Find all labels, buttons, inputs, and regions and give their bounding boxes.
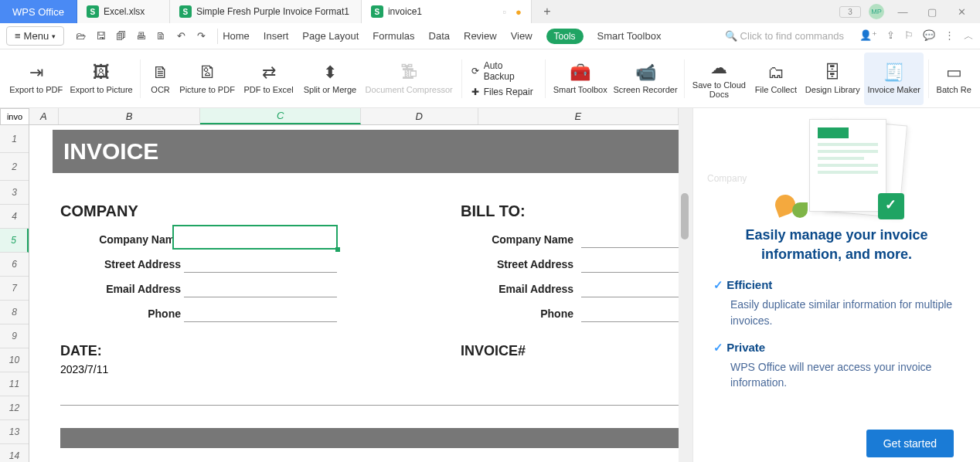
design-library-icon: 🗄 [824, 63, 841, 83]
smart-toolbox-button[interactable]: 🧰Smart Toolbox [550, 53, 610, 105]
feedback-icon[interactable]: 💬 [923, 29, 935, 43]
undo-icon[interactable]: ↶ [174, 30, 188, 42]
account-icon[interactable]: 👤⁺ [859, 29, 877, 43]
more-icon[interactable]: ⋮ [944, 29, 954, 43]
rib-label: Document Compressor [366, 85, 453, 94]
menu-smarttoolbox[interactable]: Smart Toolbox [597, 30, 662, 42]
export-pdf-button[interactable]: ⇥Export to PDF [6, 53, 66, 105]
export-picture-button[interactable]: 🖼Export to Picture [67, 53, 134, 105]
col-header-a[interactable]: A [29, 108, 59, 124]
feature-private-desc: WPS Office will never access your invoic… [730, 359, 965, 391]
share-icon[interactable]: ⇪ [886, 29, 895, 43]
row-header-4[interactable]: 4 [0, 205, 29, 229]
rib-label: Batch Re [937, 85, 971, 94]
pdf-to-excel-button[interactable]: ⇄PDF to Excel [239, 53, 298, 105]
window-counter[interactable]: 3 [839, 6, 861, 18]
row-header-3[interactable]: 3 [0, 181, 29, 205]
menu-home[interactable]: Home [223, 30, 250, 42]
field-email: Email Address [60, 283, 181, 295]
screen-recorder-button[interactable]: 📹Screen Recorder [611, 53, 679, 105]
row-header-10[interactable]: 10 [0, 348, 29, 372]
command-search[interactable]: 🔍 Click to find commands [725, 30, 844, 42]
close-button[interactable]: ✕ [951, 6, 972, 18]
row-header-5[interactable]: 5 [0, 229, 29, 253]
menu-review[interactable]: Review [464, 30, 497, 42]
new-tab-button[interactable]: + [532, 0, 563, 23]
vertical-scrollbar[interactable] [679, 108, 692, 462]
row-header-7[interactable]: 7 [0, 277, 29, 301]
auto-backup-button[interactable]: ⟳Auto Backup [471, 60, 536, 82]
doc-tab-2[interactable]: S Simple Fresh Purple Invoice Format1 [170, 0, 362, 23]
row-header-14[interactable]: 14 [0, 444, 29, 462]
ocr-icon: 🗎 [152, 63, 169, 83]
rib-label: OCR [151, 85, 169, 94]
field-email-2: Email Address [447, 283, 573, 295]
ocr-button[interactable]: 🗎OCR [145, 53, 176, 105]
collapse-ribbon-icon[interactable]: ︿ [964, 29, 974, 43]
rib-label: File Collect [755, 85, 797, 94]
redo-icon[interactable]: ↷ [194, 30, 208, 42]
spreadsheet-icon: S [87, 5, 99, 18]
files-repair-button[interactable]: ✚Files Repair [471, 87, 536, 97]
invoice-maker-button[interactable]: 🧾Invoice Maker [864, 53, 924, 105]
active-cell[interactable] [172, 225, 338, 250]
avatar[interactable]: MP [869, 4, 884, 19]
file-collect-icon: 🗂 [767, 63, 784, 83]
preview-icon[interactable]: 🗎 [154, 30, 168, 42]
file-collect-button[interactable]: 🗂File Collect [750, 53, 801, 105]
scroll-thumb[interactable] [681, 193, 689, 239]
col-header-b[interactable]: B [59, 108, 201, 124]
pdf-to-excel-icon: ⇄ [262, 63, 276, 83]
batch-button[interactable]: ▭Batch Re [934, 53, 974, 105]
doc-tab-3[interactable]: S invoice1 ▫ ● [362, 0, 532, 23]
menu-button[interactable]: ≡ Menu ▾ [6, 26, 64, 46]
open-icon[interactable]: 🗁 [73, 30, 87, 42]
row-header-8[interactable]: 8 [0, 301, 29, 324]
company-heading: COMPANY [60, 202, 138, 220]
row-header-9[interactable]: 9 [0, 324, 29, 348]
menu-tools[interactable]: Tools [546, 29, 584, 44]
row-header-13[interactable]: 13 [0, 420, 29, 444]
row-header-12[interactable]: 12 [0, 396, 29, 420]
picture-to-pdf-button[interactable]: 🖻Picture to PDF [177, 53, 236, 105]
fill-handle[interactable] [335, 247, 340, 252]
name-box[interactable]: invo [0, 108, 29, 125]
rib-label: Export to PDF [9, 85, 63, 94]
tab-menu-icon[interactable]: ▫ [502, 6, 506, 18]
save-cloud-button[interactable]: ☁Save to Cloud Docs [689, 53, 749, 105]
field-company-name-2: Company Name [447, 233, 573, 246]
row-header-11[interactable]: 11 [0, 372, 29, 396]
document-compressor-button: 🗜Document Compressor [362, 53, 457, 105]
doc-tab-1[interactable]: S Excel.xlsx [77, 0, 170, 23]
billto-heading: BILL TO: [461, 202, 526, 220]
maximize-button[interactable]: ▢ [921, 6, 943, 18]
split-merge-button[interactable]: ⬍Split or Merge [300, 53, 359, 105]
menu-formulas[interactable]: Formulas [373, 30, 414, 42]
panel-title: Easily manage your invoice information, … [709, 226, 965, 264]
spreadsheet[interactable]: invo A B C D E 1234567891011121314 INVOI… [0, 108, 679, 462]
row-header-2[interactable]: 2 [0, 153, 29, 181]
menu-view[interactable]: View [511, 30, 533, 42]
auto-backup-icon: ⟳ [471, 66, 479, 76]
settings-icon[interactable]: ⚐ [904, 29, 914, 43]
printer-icon[interactable]: 🖶 [134, 30, 148, 42]
minimize-button[interactable]: — [892, 6, 914, 18]
files-repair-icon: ✚ [471, 87, 479, 97]
row-header-1[interactable]: 1 [0, 125, 29, 153]
col-header-c[interactable]: C [200, 108, 361, 124]
menu-pagelayout[interactable]: Page Layout [302, 30, 359, 42]
spreadsheet-icon: S [179, 5, 192, 18]
menu-insert[interactable]: Insert [264, 30, 289, 42]
cloud-icon: ☁ [710, 58, 727, 78]
col-header-d[interactable]: D [361, 108, 478, 124]
menu-data[interactable]: Data [429, 30, 450, 42]
save-icon[interactable]: 🖫 [94, 30, 107, 42]
get-started-button[interactable]: Get started [866, 430, 954, 457]
print-icon[interactable]: 🗐 [114, 30, 128, 42]
col-header-e[interactable]: E [478, 108, 679, 124]
menu-label: Menu [24, 30, 49, 42]
row-header-6[interactable]: 6 [0, 253, 29, 277]
spreadsheet-icon: S [371, 5, 383, 18]
design-library-button[interactable]: 🗄Design Library [803, 53, 863, 105]
app-tab[interactable]: WPS Office [0, 0, 77, 23]
